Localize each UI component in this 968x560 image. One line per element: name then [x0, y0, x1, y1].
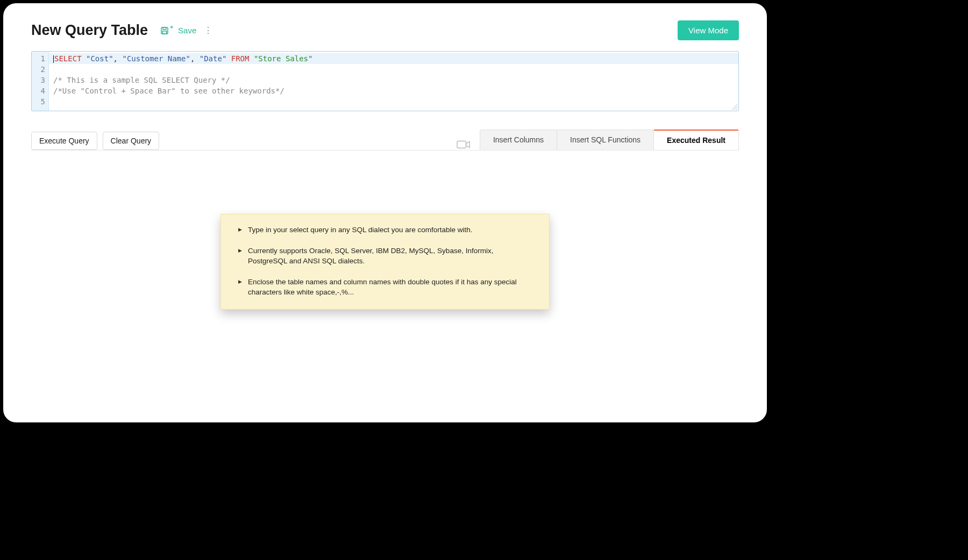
result-tabs: Insert Columns Insert SQL Functions Exec…	[480, 130, 739, 150]
toolbar: Execute Query Clear Query Insert Columns…	[31, 130, 739, 150]
tip-item: Enclose the table names and column names…	[248, 277, 530, 298]
line-number: 2	[32, 64, 45, 75]
code-line: /* This is a sample SQL SELECT Query */	[53, 75, 734, 85]
code-line: SELECT "Cost", "Customer Name", "Date" F…	[49, 53, 738, 64]
line-number: 5	[32, 96, 45, 107]
save-button[interactable]: ✶ Save	[160, 26, 196, 35]
header: New Query Table ✶ Save ⋮ View Mode	[31, 20, 739, 40]
line-number: 4	[32, 85, 45, 96]
camera-icon[interactable]	[457, 139, 471, 150]
more-menu-icon[interactable]: ⋮	[204, 25, 212, 35]
save-icon	[160, 26, 169, 35]
line-number: 1	[32, 53, 45, 64]
new-indicator-icon: ✶	[169, 24, 174, 30]
svg-rect-1	[163, 27, 166, 30]
code-area[interactable]: SELECT "Cost", "Customer Name", "Date" F…	[49, 52, 738, 111]
execute-query-button[interactable]: Execute Query	[31, 132, 97, 150]
result-pane: Type in your select query in any SQL dia…	[31, 150, 739, 411]
svg-rect-2	[162, 31, 167, 33]
svg-line-5	[736, 109, 737, 110]
code-line	[53, 64, 734, 75]
tip-item: Type in your select query in any SQL dia…	[248, 225, 530, 235]
tab-executed-result[interactable]: Executed Result	[653, 130, 739, 150]
query-editor-window: New Query Table ✶ Save ⋮ View Mode 1 2 3…	[3, 3, 767, 422]
resize-handle[interactable]	[731, 103, 737, 110]
code-line	[53, 96, 734, 107]
tab-insert-sql-functions[interactable]: Insert SQL Functions	[557, 130, 654, 150]
save-label: Save	[178, 26, 196, 35]
clear-query-button[interactable]: Clear Query	[103, 132, 159, 150]
svg-rect-6	[457, 141, 466, 148]
sql-editor[interactable]: 1 2 3 4 5 SELECT "Cost", "Customer Name"…	[31, 51, 739, 111]
line-number: 3	[32, 75, 45, 85]
code-line: /*Use "Control + Space Bar" to see other…	[53, 85, 734, 96]
page-title: New Query Table	[31, 22, 148, 39]
tips-box: Type in your select query in any SQL dia…	[220, 214, 550, 310]
tip-item: Currently supports Oracle, SQL Server, I…	[248, 246, 530, 267]
line-number-gutter: 1 2 3 4 5	[32, 52, 49, 111]
tab-insert-columns[interactable]: Insert Columns	[480, 130, 557, 150]
view-mode-button[interactable]: View Mode	[678, 20, 739, 40]
